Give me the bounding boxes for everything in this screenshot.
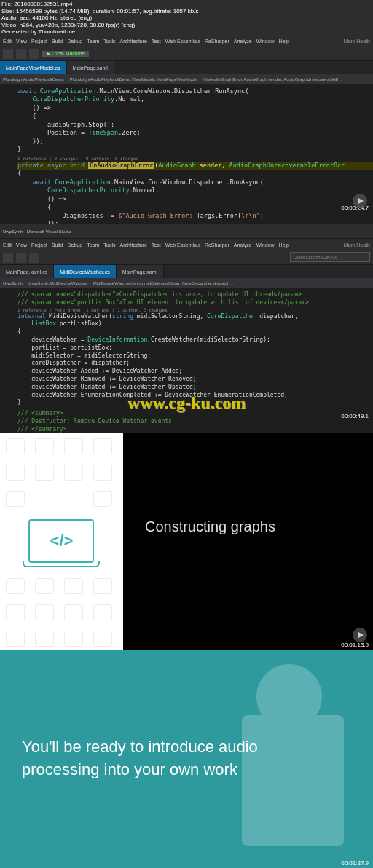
run-button[interactable]: ▶ Local Machine — [42, 51, 89, 57]
menu-window[interactable]: Window — [256, 242, 275, 248]
menu-test[interactable]: Test — [152, 39, 161, 44]
menu-edit[interactable]: Edit — [3, 39, 12, 44]
quick-launch-input[interactable]: Quick Launch (Ctrl+Q) — [290, 252, 370, 262]
vs1-document-tabs: MainPageViewModel.cs MainPage.xaml — [0, 61, 373, 74]
play-overlay-icon — [353, 628, 367, 642]
menu-help[interactable]: Help — [279, 242, 289, 248]
breadcrumb-project[interactable]: PluralsightAudioPlaybackDemo — [3, 77, 64, 82]
meta-size: Size: 15456598 bytes (14.74 MiB), durati… — [1, 8, 198, 15]
menu-debug[interactable]: Debug — [67, 242, 82, 248]
slide-outro: You'll be ready to introduce audio proce… — [0, 650, 373, 868]
vs1-user: Mark Heath — [344, 39, 370, 44]
menu-team[interactable]: Team — [87, 242, 99, 248]
play-overlay-icon — [353, 194, 367, 208]
code-string: $"Audio Graph Error: — [118, 212, 196, 219]
laptop-code-icon: </> — [28, 519, 94, 563]
meta-generator: Generated by Thumbnail me — [1, 28, 198, 36]
code-text: .CreateWatcher(midiSelectorString); — [147, 336, 270, 343]
menu-help[interactable]: Help — [279, 39, 289, 44]
tab-mainpage-xaml[interactable]: MainPage.xaml — [67, 61, 114, 74]
code-type: CoreApplication — [51, 178, 111, 186]
slide-constructing-graphs: </> Constructing graphs 00:01:13.5 — [0, 433, 373, 650]
vs2-user: Mark Heath — [344, 242, 370, 248]
slide1-title: Constructing graphs — [145, 518, 275, 535]
codelens[interactable]: 1 reference | 0 changes | 0 authors, 0 c… — [17, 156, 373, 162]
breadcrumb-class[interactable]: PluralsightAudioPlaybackDemo.ViewModels.… — [70, 77, 198, 82]
vs2-breadcrumb[interactable]: UwpSynth UwpSynth.MidiDeviceWatcher Midi… — [0, 278, 373, 288]
xml-doc: </param> — [274, 291, 302, 298]
meta-file: File: 20160808182531.mp4 — [1, 1, 198, 8]
vs1-menubar[interactable]: Edit View Project Build Debug Team Tools… — [0, 35, 373, 47]
tab-mainpage-xaml[interactable]: MainPage.xaml — [117, 265, 164, 278]
menu-debug[interactable]: Debug — [67, 39, 82, 44]
menu-project[interactable]: Project — [31, 242, 47, 248]
code-keyword: await — [17, 87, 36, 95]
code-highlighted-method: OnAudioGraphError — [88, 162, 154, 169]
code-type: ListBox — [17, 320, 56, 327]
menu-tools[interactable]: Tools — [103, 242, 115, 248]
menu-arch[interactable]: Architecture — [120, 39, 147, 44]
toolbar-button[interactable] — [3, 49, 13, 59]
code-line: portList = portListBox; — [17, 344, 373, 352]
tab-mainpageviewmodel[interactable]: MainPageViewModel.cs — [0, 61, 67, 74]
menu-analyze[interactable]: Analyze — [234, 39, 252, 44]
vs2-code-editor[interactable]: /// <param name="dispatcher">CoreDispatc… — [0, 288, 373, 437]
toolbar-button[interactable] — [16, 253, 26, 263]
tab-mididevicewatcher[interactable]: MidiDeviceWatcher.cs — [54, 265, 117, 278]
vs1-toolbar: ▶ Local Machine — [0, 47, 373, 61]
xml-doc: "portListBox" — [74, 299, 119, 306]
code-interpolation: {args.Error} — [197, 212, 241, 219]
toolbar-button[interactable] — [29, 49, 39, 59]
code-line: { — [17, 112, 373, 120]
breadcrumb-project[interactable]: UwpSynth — [3, 281, 23, 285]
menu-resharper[interactable]: ReSharper — [205, 242, 229, 248]
code-string: \r\n" — [241, 212, 260, 219]
vs1-code-editor[interactable]: await CoreApplication.MainView.CoreWindo… — [0, 84, 373, 232]
code-text: .Zero; — [118, 129, 141, 136]
tab-mainpage-cs[interactable]: MainPage.xaml.cs — [0, 265, 54, 278]
code-text: deviceWatcher = — [17, 336, 87, 343]
toolbar-button[interactable] — [3, 253, 13, 263]
code-type: CoreDispatcherPriority — [17, 95, 114, 103]
vs2-menubar[interactable]: Edit View Project Build Debug Team Tools… — [0, 239, 373, 250]
menu-build[interactable]: Build — [52, 39, 63, 44]
code-type: AudioGraph — [158, 162, 195, 169]
menu-team[interactable]: Team — [87, 39, 99, 44]
code-text: portListBox) — [56, 320, 102, 327]
vs1-breadcrumb[interactable]: PluralsightAudioPlaybackDemo Pluralsight… — [0, 74, 373, 84]
codelens[interactable]: 1 reference | Pete Brown, 1 day ago | 1 … — [17, 307, 373, 313]
menu-webess[interactable]: Web Essentials — [165, 242, 200, 248]
menu-arch[interactable]: Architecture — [120, 242, 147, 248]
menu-analyze[interactable]: Analyze — [234, 242, 252, 248]
menu-webess[interactable]: Web Essentials — [165, 39, 200, 44]
code-line: } — [17, 146, 373, 154]
code-line: coreDispatcher = dispatcher; — [17, 360, 373, 368]
meta-audio: Audio: aac, 44100 Hz, stereo (eng) — [1, 15, 198, 22]
menu-edit[interactable]: Edit — [3, 242, 12, 248]
menu-window[interactable]: Window — [256, 39, 275, 44]
code-keyword: string — [112, 313, 133, 320]
menu-tools[interactable]: Tools — [103, 39, 115, 44]
xml-doc: /// <param name= — [17, 299, 74, 306]
breadcrumb-class[interactable]: UwpSynth.MidiDeviceWatcher — [28, 281, 87, 285]
xml-doc: /// <param name= — [17, 291, 74, 298]
menu-view[interactable]: View — [16, 242, 27, 248]
code-type: CoreApplication — [36, 87, 96, 95]
slide2-title: You'll be ready to introduce audio proce… — [22, 736, 299, 781]
menu-resharper[interactable]: ReSharper — [205, 39, 229, 44]
breadcrumb-member[interactable]: MidiDeviceWatcher(string midiSelectorStr… — [93, 281, 235, 285]
menu-view[interactable]: View — [16, 39, 27, 44]
code-text: midiSelectorString, — [133, 313, 207, 320]
menu-test[interactable]: Test — [152, 242, 161, 248]
frame-timestamp-2: 00:00:49.1 — [341, 413, 369, 419]
breadcrumb-member[interactable]: OnAudioGraphError(AudioGraph sender, Aud… — [203, 77, 342, 82]
toolbar-button[interactable] — [29, 253, 39, 263]
menu-build[interactable]: Build — [52, 242, 63, 248]
code-text: ; — [260, 212, 264, 219]
toolbar-button[interactable] — [16, 49, 26, 59]
video-metadata-overlay: File: 20160808182531.mp4 Size: 15456598 … — [0, 0, 200, 36]
vs2-titlebar: UwpSynth - Microsoft Visual Studio — [0, 224, 373, 239]
code-line: deviceWatcher.Added += DeviceWatcher_Add… — [17, 368, 373, 376]
menu-project[interactable]: Project — [31, 39, 47, 44]
window-title: UwpSynth - Microsoft Visual Studio — [3, 229, 71, 234]
